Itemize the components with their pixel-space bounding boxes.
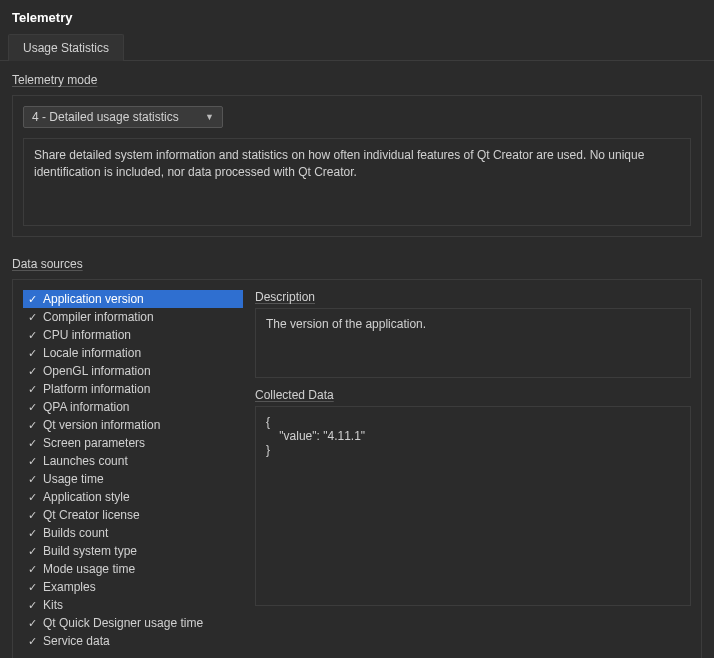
list-item[interactable]: ✓Build system type xyxy=(23,542,243,560)
telemetry-mode-label: Telemetry mode xyxy=(0,61,714,89)
list-item-label: Application version xyxy=(43,291,144,307)
list-item[interactable]: ✓Qt Quick Designer usage time xyxy=(23,614,243,632)
list-item-label: Locale information xyxy=(43,345,141,361)
check-icon: ✓ xyxy=(25,345,39,361)
list-item-label: Compiler information xyxy=(43,309,154,325)
tab-bar: Usage Statistics xyxy=(0,33,714,61)
check-icon: ✓ xyxy=(25,327,39,343)
list-item-label: QPA information xyxy=(43,399,129,415)
list-item[interactable]: ✓QPA information xyxy=(23,398,243,416)
check-icon: ✓ xyxy=(25,435,39,451)
list-item[interactable]: ✓Qt Creator license xyxy=(23,506,243,524)
list-item[interactable]: ✓Mode usage time xyxy=(23,560,243,578)
check-icon: ✓ xyxy=(25,471,39,487)
check-icon: ✓ xyxy=(25,363,39,379)
list-item-label: Screen parameters xyxy=(43,435,145,451)
check-icon: ✓ xyxy=(25,309,39,325)
data-sources-list: ✓Application version✓Compiler informatio… xyxy=(23,290,243,650)
list-item[interactable]: ✓Screen parameters xyxy=(23,434,243,452)
list-item-label: Launches count xyxy=(43,453,128,469)
list-item[interactable]: ✓Examples xyxy=(23,578,243,596)
description-label: Description xyxy=(255,290,691,304)
list-item[interactable]: ✓Service data xyxy=(23,632,243,650)
list-item-label: Build system type xyxy=(43,543,137,559)
chevron-down-icon: ▼ xyxy=(205,112,214,122)
list-item-label: Examples xyxy=(43,579,96,595)
list-item-label: CPU information xyxy=(43,327,131,343)
check-icon: ✓ xyxy=(25,399,39,415)
data-sources-label: Data sources xyxy=(0,245,714,273)
check-icon: ✓ xyxy=(25,525,39,541)
check-icon: ✓ xyxy=(25,489,39,505)
list-item-label: Kits xyxy=(43,597,63,613)
list-item-label: Service data xyxy=(43,633,110,649)
description-box: The version of the application. xyxy=(255,308,691,378)
list-item-label: Qt Creator license xyxy=(43,507,140,523)
data-sources-group: ✓Application version✓Compiler informatio… xyxy=(12,279,702,658)
list-item[interactable]: ✓Compiler information xyxy=(23,308,243,326)
list-item[interactable]: ✓Platform information xyxy=(23,380,243,398)
list-item-label: Platform information xyxy=(43,381,150,397)
list-item[interactable]: ✓CPU information xyxy=(23,326,243,344)
telemetry-mode-value: 4 - Detailed usage statistics xyxy=(32,110,179,124)
list-item[interactable]: ✓Builds count xyxy=(23,524,243,542)
list-item[interactable]: ✓Kits xyxy=(23,596,243,614)
telemetry-mode-dropdown[interactable]: 4 - Detailed usage statistics ▼ xyxy=(23,106,223,128)
list-item-label: Qt Quick Designer usage time xyxy=(43,615,203,631)
collected-data-label: Collected Data xyxy=(255,388,691,402)
list-item-label: Application style xyxy=(43,489,130,505)
list-item[interactable]: ✓Application style xyxy=(23,488,243,506)
check-icon: ✓ xyxy=(25,417,39,433)
list-item[interactable]: ✓Launches count xyxy=(23,452,243,470)
check-icon: ✓ xyxy=(25,561,39,577)
check-icon: ✓ xyxy=(25,507,39,523)
telemetry-mode-group: 4 - Detailed usage statistics ▼ Share de… xyxy=(12,95,702,237)
list-item-label: Builds count xyxy=(43,525,108,541)
list-item[interactable]: ✓Qt version information xyxy=(23,416,243,434)
list-item-label: Qt version information xyxy=(43,417,160,433)
page-title: Telemetry xyxy=(0,0,714,33)
check-icon: ✓ xyxy=(25,579,39,595)
list-item[interactable]: ✓OpenGL information xyxy=(23,362,243,380)
list-item-label: Mode usage time xyxy=(43,561,135,577)
check-icon: ✓ xyxy=(25,291,39,307)
telemetry-mode-description: Share detailed system information and st… xyxy=(23,138,691,226)
check-icon: ✓ xyxy=(25,615,39,631)
collected-data-box: { "value": "4.11.1" } xyxy=(255,406,691,606)
tab-usage-statistics[interactable]: Usage Statistics xyxy=(8,34,124,61)
check-icon: ✓ xyxy=(25,633,39,649)
list-item-label: Usage time xyxy=(43,471,104,487)
list-item[interactable]: ✓Usage time xyxy=(23,470,243,488)
list-item[interactable]: ✓Locale information xyxy=(23,344,243,362)
check-icon: ✓ xyxy=(25,543,39,559)
list-item[interactable]: ✓Application version xyxy=(23,290,243,308)
check-icon: ✓ xyxy=(25,597,39,613)
data-source-detail: Description The version of the applicati… xyxy=(255,290,691,650)
check-icon: ✓ xyxy=(25,453,39,469)
list-item-label: OpenGL information xyxy=(43,363,151,379)
check-icon: ✓ xyxy=(25,381,39,397)
